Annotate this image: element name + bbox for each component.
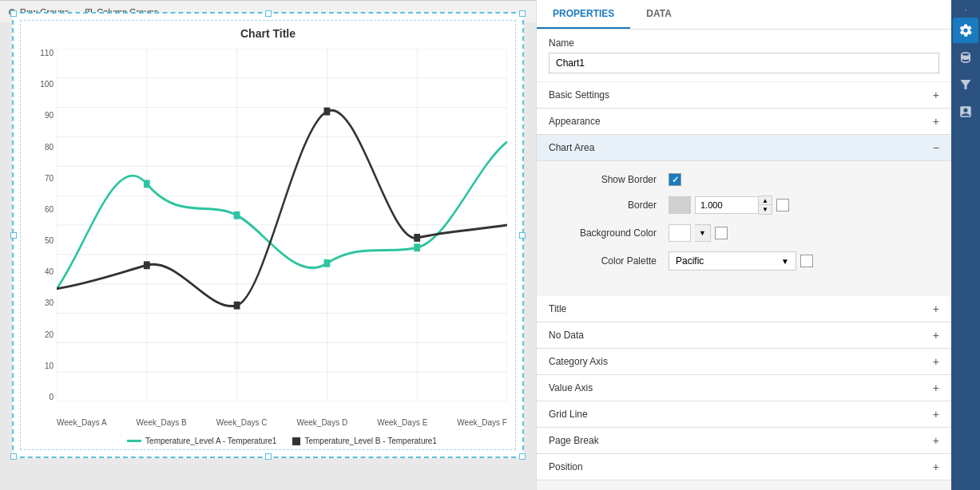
- handle-right[interactable]: [519, 232, 526, 239]
- tab-properties[interactable]: PROPERTIES: [537, 0, 630, 29]
- border-color-box[interactable]: [669, 196, 691, 214]
- sidebar-chart-icon[interactable]: [953, 99, 978, 124]
- section-value-axis[interactable]: Value Axis +: [537, 375, 951, 401]
- handle-bottom-left[interactable]: [10, 453, 17, 460]
- grid-line-icon: +: [933, 408, 939, 421]
- border-label: Border: [553, 200, 657, 211]
- background-color-dropdown[interactable]: ▼: [695, 224, 711, 242]
- border-enable-checkbox[interactable]: [776, 199, 789, 211]
- palette-dropdown[interactable]: Pacific ▼: [669, 251, 796, 271]
- svg-rect-23: [144, 261, 150, 269]
- show-border-checkbox[interactable]: ✓: [669, 173, 681, 186]
- handle-top-center[interactable]: [265, 10, 272, 17]
- section-position[interactable]: Position +: [537, 454, 951, 480]
- border-value-input[interactable]: [695, 196, 759, 214]
- handle-left[interactable]: [10, 232, 17, 239]
- sidebar-database-icon[interactable]: [953, 45, 978, 70]
- color-palette-label: Color Palette: [553, 255, 657, 267]
- legend-item-b: Temperature_Level B - Temperature1: [292, 437, 436, 445]
- section-category-axis[interactable]: Category Axis +: [537, 349, 951, 375]
- section-appearance[interactable]: Appearance +: [537, 109, 951, 135]
- section-title[interactable]: Title +: [537, 296, 951, 322]
- category-axis-label: Category Axis: [549, 356, 608, 367]
- handle-bottom-center[interactable]: [265, 453, 272, 460]
- title-icon: +: [933, 302, 939, 315]
- chart-area-section: Show Border ✓ Border: [537, 161, 951, 296]
- chart-title: Chart Title: [21, 21, 515, 43]
- x-axis: Week_Days A Week_Days B Week_Days C Week…: [57, 418, 507, 427]
- svg-rect-25: [324, 108, 331, 116]
- color-palette-row: Color Palette Pacific ▼: [553, 251, 935, 271]
- spinner-up[interactable]: ▲: [759, 196, 772, 205]
- show-border-label: Show Border: [553, 174, 657, 185]
- basic-settings-icon: +: [933, 89, 939, 101]
- section-grid-line[interactable]: Grid Line +: [537, 401, 951, 428]
- properties-panel: PROPERTIES DATA Name Basic Settings + Ap…: [536, 0, 951, 490]
- no-data-icon: +: [933, 329, 939, 342]
- chart-area-icon: −: [933, 141, 939, 154]
- spinner-buttons: ▲ ▼: [759, 196, 772, 215]
- canvas-area: Chart Title 110 100 90 80 70 60 50 40 30…: [0, 0, 536, 490]
- section-page-break[interactable]: Page Break +: [537, 428, 951, 454]
- show-border-row: Show Border ✓: [553, 173, 935, 186]
- appearance-icon: +: [933, 115, 939, 128]
- handle-bottom-right[interactable]: [519, 453, 526, 460]
- chart-inner: Chart Title 110 100 90 80 70 60 50 40 30…: [20, 20, 516, 450]
- chart-legend: Temperature_Level A - Temperature1 Tempe…: [57, 437, 507, 445]
- svg-rect-19: [144, 180, 150, 188]
- sidebar-filter-icon[interactable]: [953, 72, 978, 97]
- border-spinner: ▲ ▼: [695, 196, 772, 215]
- page-break-icon: +: [933, 434, 939, 447]
- no-data-label: No Data: [549, 330, 584, 341]
- handle-top-right[interactable]: [519, 10, 526, 17]
- title-label: Title: [549, 303, 566, 314]
- name-section: Name: [537, 30, 951, 82]
- svg-rect-20: [234, 211, 240, 219]
- legend-square-b: [292, 437, 300, 445]
- chart-body: [57, 49, 507, 401]
- section-chart-area[interactable]: Chart Area −: [537, 135, 951, 161]
- basic-settings-label: Basic Settings: [549, 89, 609, 101]
- handle-top-left[interactable]: [10, 10, 17, 17]
- panel-content: Name Basic Settings + Appearance + Chart…: [537, 30, 951, 490]
- value-axis-label: Value Axis: [549, 382, 593, 393]
- name-label: Name: [549, 38, 939, 49]
- svg-rect-21: [324, 259, 331, 267]
- chart-container[interactable]: Chart Title 110 100 90 80 70 60 50 40 30…: [12, 12, 524, 458]
- appearance-label: Appearance: [549, 116, 601, 127]
- chart-area-label: Chart Area: [549, 142, 594, 153]
- chart-svg: [57, 49, 507, 401]
- border-row: Border ▲ ▼: [553, 196, 935, 215]
- background-color-box[interactable]: [669, 224, 691, 242]
- spinner-down[interactable]: ▼: [759, 205, 772, 214]
- legend-color-a: [127, 440, 141, 442]
- svg-rect-26: [414, 234, 420, 242]
- palette-checkbox[interactable]: [800, 255, 813, 267]
- sidebar-icons: ›: [951, 0, 980, 490]
- y-axis: 110 100 90 80 70 60 50 40 30 20 10 0: [25, 49, 57, 401]
- name-input[interactable]: [549, 53, 939, 73]
- legend-item-a: Temperature_Level A - Temperature1: [127, 437, 276, 445]
- value-axis-icon: +: [933, 381, 939, 394]
- position-icon: +: [933, 460, 939, 473]
- section-basic-settings[interactable]: Basic Settings +: [537, 82, 951, 109]
- position-label: Position: [549, 461, 583, 472]
- category-axis-icon: +: [933, 355, 939, 368]
- svg-rect-22: [414, 243, 420, 251]
- palette-value: Pacific: [676, 255, 704, 267]
- background-color-checkbox[interactable]: [715, 227, 728, 239]
- page-break-label: Page Break: [549, 435, 599, 446]
- svg-rect-24: [234, 302, 240, 310]
- background-color-label: Background Color: [553, 227, 657, 239]
- tab-data[interactable]: DATA: [630, 0, 688, 29]
- sidebar-settings-icon[interactable]: [953, 18, 978, 43]
- palette-chevron: ▼: [781, 257, 789, 266]
- panel-header: PROPERTIES DATA: [537, 0, 951, 30]
- section-no-data[interactable]: No Data +: [537, 322, 951, 349]
- sidebar-collapse[interactable]: ›: [965, 4, 967, 16]
- background-color-row: Background Color ▼: [553, 224, 935, 242]
- grid-line-label: Grid Line: [549, 409, 588, 420]
